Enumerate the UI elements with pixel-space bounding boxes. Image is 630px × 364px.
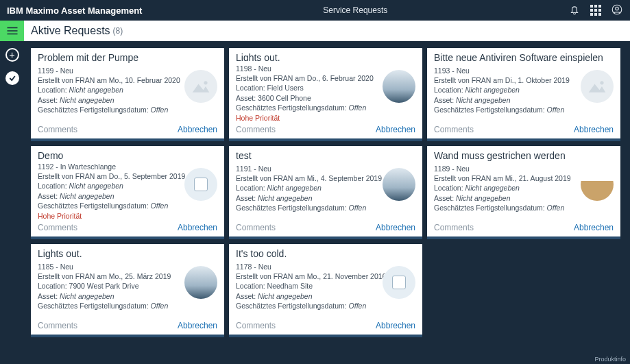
request-card[interactable]: Problem mit der Pumpe1199 - NeuErstellt … bbox=[31, 48, 224, 141]
cancel-link[interactable]: Abbrechen bbox=[178, 125, 217, 134]
card-thumbnail bbox=[581, 70, 614, 103]
comments-link[interactable]: Comments bbox=[434, 125, 474, 134]
card-estdate: Geschätztes Fertigstellungsdatum: Offen bbox=[236, 301, 415, 311]
cards-grid: Problem mit der Pumpe1199 - NeuErstellt … bbox=[24, 41, 630, 364]
card-footer: CommentsAbbrechen bbox=[236, 220, 415, 236]
card-thumbnail bbox=[184, 266, 217, 299]
svg-point-8 bbox=[600, 81, 603, 84]
card-thumbnail bbox=[581, 168, 614, 201]
cancel-link[interactable]: Abbrechen bbox=[376, 321, 415, 330]
card-estdate: Geschätztes Fertigstellungsdatum: Offen bbox=[38, 105, 217, 114]
svg-marker-7 bbox=[589, 84, 606, 93]
check-button[interactable] bbox=[5, 71, 19, 85]
card-priority: Hohe Priorität bbox=[38, 212, 217, 220]
add-button[interactable]: + bbox=[5, 48, 19, 62]
menu-button[interactable] bbox=[0, 21, 24, 41]
card-title: Lights out. bbox=[38, 248, 217, 259]
comments-link[interactable]: Comments bbox=[38, 125, 77, 134]
comments-link[interactable]: Comments bbox=[236, 125, 276, 134]
request-card[interactable]: It's too cold.1178 - NeuErstellt von FRA… bbox=[229, 244, 422, 337]
heading: Aktive Requests (8) bbox=[24, 21, 630, 41]
app-title: IBM Maximo Asset Management bbox=[7, 5, 142, 16]
card-estdate: Geschätztes Fertigstellungsdatum: Offen bbox=[38, 201, 217, 210]
topbar: IBM Maximo Asset Management Service Requ… bbox=[0, 0, 630, 21]
comments-link[interactable]: Comments bbox=[38, 321, 77, 330]
card-estdate: Geschätztes Fertigstellungsdatum: Offen bbox=[236, 203, 415, 213]
product-info-link[interactable]: Produktinfo bbox=[594, 356, 626, 363]
card-title: Demo bbox=[38, 150, 217, 159]
bell-icon[interactable] bbox=[568, 3, 581, 18]
card-footer: CommentsAbbrechen bbox=[434, 220, 614, 236]
topbar-icons bbox=[568, 3, 623, 18]
card-thumbnail bbox=[184, 70, 217, 103]
card-estdate: Geschätztes Fertigstellungsdatum: Offen bbox=[434, 203, 614, 213]
cancel-link[interactable]: Abbrechen bbox=[178, 321, 217, 330]
page-title: Service Requests bbox=[142, 5, 568, 15]
card-estdate: Geschätztes Fertigstellungsdatum: Offen bbox=[434, 105, 614, 114]
card-title: Wand muss gestrichen werden bbox=[434, 150, 614, 161]
comments-link[interactable]: Comments bbox=[38, 223, 77, 232]
cancel-link[interactable]: Abbrechen bbox=[574, 125, 614, 134]
request-card[interactable]: Demo1192 - In WarteschlangeErstellt von … bbox=[31, 146, 224, 239]
card-title: It's too cold. bbox=[236, 248, 415, 259]
sidebar: + bbox=[0, 41, 24, 364]
card-title: test bbox=[236, 150, 415, 161]
card-footer: CommentsAbbrechen bbox=[236, 122, 415, 138]
card-title: Bitte neue Antiviren Software einspielen bbox=[434, 52, 614, 63]
card-estdate: Geschätztes Fertigstellungsdatum: Offen bbox=[236, 103, 415, 112]
cancel-link[interactable]: Abbrechen bbox=[574, 223, 614, 232]
card-id-status: 1192 - In Warteschlange bbox=[38, 162, 217, 171]
workspace: + Problem mit der Pumpe1199 - NeuErstell… bbox=[0, 41, 630, 364]
comments-link[interactable]: Comments bbox=[236, 321, 276, 330]
svg-point-1 bbox=[616, 7, 619, 10]
cancel-link[interactable]: Abbrechen bbox=[376, 223, 415, 232]
card-thumbnail bbox=[184, 168, 217, 201]
request-card[interactable]: Wand muss gestrichen werden1189 - NeuErs… bbox=[427, 146, 620, 239]
card-estdate: Geschätztes Fertigstellungsdatum: Offen bbox=[38, 301, 217, 311]
card-title: Lights out. bbox=[236, 52, 415, 61]
apps-icon[interactable] bbox=[590, 5, 601, 16]
subbar: Aktive Requests (8) bbox=[0, 21, 630, 41]
card-footer: CommentsAbbrechen bbox=[38, 122, 217, 138]
card-id-status: 1198 - Neu bbox=[236, 64, 415, 73]
request-card[interactable]: test1191 - NeuErstellt von FRAN am Mi., … bbox=[229, 146, 422, 239]
heading-count: (8) bbox=[113, 26, 123, 36]
request-card[interactable]: Lights out.1185 - NeuErstellt von FRAN a… bbox=[31, 244, 224, 337]
svg-marker-5 bbox=[193, 84, 210, 93]
card-footer: CommentsAbbrechen bbox=[236, 318, 415, 335]
card-footer: CommentsAbbrechen bbox=[434, 122, 614, 138]
card-thumbnail bbox=[383, 168, 415, 201]
heading-text: Aktive Requests bbox=[31, 25, 110, 37]
card-title: Problem mit der Pumpe bbox=[38, 52, 217, 63]
card-thumbnail bbox=[383, 266, 415, 299]
user-icon[interactable] bbox=[611, 3, 623, 18]
comments-link[interactable]: Comments bbox=[236, 223, 276, 232]
card-priority: Hohe Priorität bbox=[236, 114, 415, 122]
comments-link[interactable]: Comments bbox=[434, 223, 474, 232]
card-footer: CommentsAbbrechen bbox=[38, 318, 217, 335]
cancel-link[interactable]: Abbrechen bbox=[376, 125, 415, 134]
card-footer: CommentsAbbrechen bbox=[38, 220, 217, 236]
request-card[interactable]: Bitte neue Antiviren Software einspielen… bbox=[427, 48, 620, 141]
cancel-link[interactable]: Abbrechen bbox=[178, 223, 217, 232]
svg-point-6 bbox=[204, 81, 207, 84]
request-card[interactable]: Lights out.1198 - NeuErstellt von FRAN a… bbox=[229, 48, 422, 141]
card-thumbnail bbox=[383, 70, 415, 103]
